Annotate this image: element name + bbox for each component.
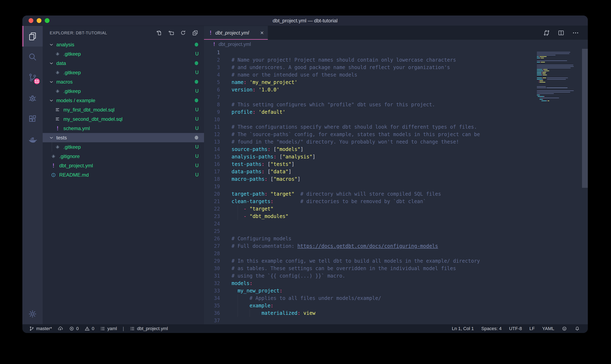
tree-item-my-second-dbt-model-sql[interactable]: my_second_dbt_model.sqlU	[43, 114, 204, 124]
status-language-mode[interactable]: YAML	[542, 326, 554, 331]
tree-item--gitkeep[interactable]: .gitkeepU	[43, 49, 204, 59]
code-line-34[interactable]: 34 # Applies to all files under models/e…	[204, 295, 534, 302]
refresh-explorer-button[interactable]	[180, 30, 186, 36]
code-line-26[interactable]: 26# Configuring models	[204, 235, 534, 242]
status-label: 0	[92, 326, 94, 331]
tree-item--gitignore[interactable]: .gitignoreU	[43, 152, 204, 161]
docs-link[interactable]: https://docs.getdbt.com/docs/configuring…	[297, 242, 438, 250]
code-line-9[interactable]: 9profile: 'default'	[204, 108, 534, 116]
code-line-33[interactable]: 33 my_new_project:	[204, 287, 534, 295]
code-line-5[interactable]: 5name: 'my_new_project'	[204, 78, 534, 86]
code-line-3[interactable]: 3# and underscores. A good package name …	[204, 64, 534, 71]
tree-item-readme-md[interactable]: README.mdU	[43, 170, 204, 180]
activity-item-source-control[interactable]: 11	[22, 67, 43, 88]
code-line-2[interactable]: 2# Name your project! Project names shou…	[204, 56, 534, 64]
code-line-8[interactable]: 8# This setting configures which "profil…	[204, 101, 534, 108]
git-change-dot	[195, 98, 198, 102]
zoom-window-button[interactable]	[45, 18, 50, 23]
activity-item-search[interactable]	[22, 47, 43, 67]
tree-item-schema-yml[interactable]: !schema.ymlU	[43, 124, 204, 133]
minimize-window-button[interactable]	[37, 18, 42, 23]
code-line-7[interactable]: 7	[204, 93, 534, 101]
code-line-21[interactable]: 21clean-targets: # directories to be rem…	[204, 198, 534, 205]
tree-item-models-example[interactable]: models / example	[43, 96, 204, 105]
code-line-35[interactable]: 35 example:	[204, 302, 534, 309]
activity-item-debug[interactable]	[22, 88, 43, 109]
activity-item-extensions[interactable]	[22, 109, 43, 129]
title-bar[interactable]: dbt_project.yml — dbt-tutorial	[22, 15, 588, 26]
status-notifications[interactable]	[575, 326, 580, 331]
code-area[interactable]: 12# Name your project! Project names sho…	[204, 49, 534, 324]
code-line-11[interactable]: 11# These configurations specify where d…	[204, 123, 534, 131]
status-outline-file[interactable]: dbt_project.yml	[130, 326, 168, 331]
tree-item-my-first-dbt-model-sql[interactable]: my_first_dbt_model.sqlU	[43, 105, 204, 114]
status-indentation[interactable]: Spaces: 4	[481, 326, 502, 331]
tree-item-data[interactable]: data	[43, 59, 204, 68]
tree-item--gitkeep[interactable]: .gitkeepU	[43, 142, 204, 152]
tree-item-tests[interactable]: tests	[43, 133, 204, 142]
status-errors[interactable]: 0	[69, 326, 79, 331]
close-window-button[interactable]	[28, 18, 33, 23]
warning-icon	[84, 326, 90, 331]
editor-content[interactable]: 12# Name your project! Project names sho…	[204, 49, 588, 324]
activity-item-explorer[interactable]	[22, 26, 43, 47]
close-tab-icon[interactable]: ×	[260, 30, 264, 36]
code-line-10[interactable]: 10	[204, 116, 534, 123]
window-title: dbt_project.yml — dbt-tutorial	[22, 18, 588, 24]
code-line-36[interactable]: 36 materialized: view	[204, 309, 534, 317]
tree-item--gitkeep[interactable]: .gitkeepU	[43, 86, 204, 96]
tree-item-analysis[interactable]: analysis	[43, 40, 204, 49]
breadcrumb[interactable]: ! dbt_project.yml	[204, 40, 588, 49]
code-line-14[interactable]: 14source-paths: ["models"]	[204, 146, 534, 153]
status-label: yaml	[107, 326, 117, 331]
split-editor-button[interactable]	[557, 29, 565, 36]
code-line-12[interactable]: 12# The `source-paths` config, for examp…	[204, 131, 534, 138]
code-line-31[interactable]: 31# using the `{{ config(...) }}` macro.	[204, 272, 534, 280]
code-line-20[interactable]: 20target-path: "target" # directory whic…	[204, 190, 534, 198]
code-line-16[interactable]: 16test-paths: ["tests"]	[204, 160, 534, 168]
minimap-line	[547, 101, 547, 101]
status-warnings[interactable]: 0	[84, 326, 94, 331]
code-line-6[interactable]: 6version: '1.0.0'	[204, 86, 534, 93]
status-feedback[interactable]	[562, 326, 567, 331]
code-line-18[interactable]: 18macro-paths: ["macros"]	[204, 175, 534, 183]
code-line-27[interactable]: 27# Full documentation: https://docs.get…	[204, 242, 534, 250]
code-line-22[interactable]: 22 - "target"	[204, 205, 534, 213]
tree-item-macros[interactable]: macros	[43, 77, 204, 86]
code-line-17[interactable]: 17data-paths: ["data"]	[204, 168, 534, 175]
code-line-30[interactable]: 30# as tables. These settings can be ove…	[204, 265, 534, 272]
code-line-29[interactable]: 29# In this example config, we tell dbt …	[204, 257, 534, 265]
tree-item-dbt-project-yml[interactable]: !dbt_project.ymlU	[43, 161, 204, 170]
code-line-23[interactable]: 23 - "dbt_modules"	[204, 213, 534, 220]
code-line-24[interactable]: 24	[204, 220, 534, 228]
code-line-19[interactable]: 19	[204, 183, 534, 190]
breadcrumb-file[interactable]: dbt_project.yml	[219, 41, 251, 47]
code-line-4[interactable]: 4# name or the intended use of these mod…	[204, 71, 534, 78]
tab-dbt-project-yml[interactable]: ! dbt_project.yml ×	[204, 26, 268, 40]
status-publish-changes[interactable]	[58, 326, 63, 331]
code-line-32[interactable]: 32models:	[204, 280, 534, 287]
code-line-25[interactable]: 25	[204, 228, 534, 235]
code-line-37[interactable]: 37	[204, 317, 534, 324]
status-cursor-position[interactable]: Ln 1, Col 1	[452, 326, 474, 331]
status-eol-sequence[interactable]: LF	[529, 326, 535, 331]
more-actions-button[interactable]	[572, 29, 579, 36]
status-encoding[interactable]: UTF-8	[509, 326, 522, 331]
code-line-13[interactable]: 13# found in the "models/" directory. Yo…	[204, 138, 534, 146]
collapse-folders-button[interactable]	[192, 30, 198, 36]
code-line-1[interactable]: 1	[204, 49, 534, 56]
status-git-branch[interactable]: master*	[29, 326, 52, 331]
new-folder-button[interactable]	[168, 30, 174, 36]
code-line-28[interactable]: 28	[204, 250, 534, 257]
minimap[interactable]	[534, 49, 582, 324]
activity-item-docker[interactable]	[22, 129, 43, 150]
new-file-button[interactable]	[156, 30, 162, 36]
file-tree: analysis.gitkeepUdata.gitkeepUmacros.git…	[43, 40, 204, 324]
vertical-scrollbar[interactable]	[582, 49, 588, 188]
activity-item-settings[interactable]	[22, 304, 43, 324]
status-outline-yaml[interactable]: yaml	[100, 326, 117, 331]
code-line-15[interactable]: 15analysis-paths: ["analysis"]	[204, 153, 534, 160]
tree-item--gitkeep[interactable]: .gitkeepU	[43, 68, 204, 77]
chevron-down-icon	[49, 79, 54, 84]
compare-changes-button[interactable]	[543, 29, 550, 36]
